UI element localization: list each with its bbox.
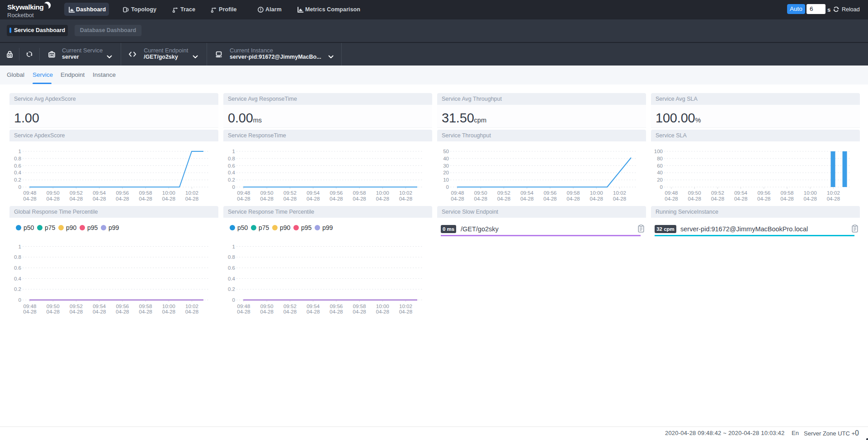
- svg-text:04-28: 04-28: [139, 309, 152, 314]
- svg-text:04-28: 04-28: [451, 196, 464, 201]
- svg-text:09:48: 09:48: [24, 304, 37, 309]
- svg-text:09:50: 09:50: [260, 304, 274, 309]
- svg-text:0: 0: [232, 184, 235, 190]
- svg-text:0.8: 0.8: [228, 254, 235, 260]
- svg-text:09:58: 09:58: [139, 190, 152, 196]
- svg-text:10: 10: [443, 177, 449, 183]
- svg-text:04-28: 04-28: [474, 196, 487, 201]
- svg-text:04-28: 04-28: [46, 309, 59, 314]
- svg-text:04-28: 04-28: [734, 196, 747, 201]
- svg-text:04-28: 04-28: [376, 309, 389, 314]
- svg-text:10:02: 10:02: [613, 190, 626, 196]
- svg-text:10:02: 10:02: [185, 190, 198, 196]
- svg-text:09:50: 09:50: [474, 190, 487, 196]
- svg-text:60: 60: [657, 163, 663, 169]
- svg-text:1: 1: [19, 149, 21, 154]
- svg-text:04-28: 04-28: [330, 309, 343, 314]
- svg-text:10:02: 10:02: [827, 190, 840, 196]
- svg-text:100: 100: [654, 149, 663, 154]
- svg-text:04-28: 04-28: [780, 196, 793, 201]
- svg-text:04-28: 04-28: [307, 196, 320, 201]
- svg-text:04-28: 04-28: [283, 196, 297, 201]
- svg-text:04-28: 04-28: [757, 196, 770, 201]
- svg-text:09:52: 09:52: [711, 190, 724, 196]
- svg-text:04-28: 04-28: [185, 196, 198, 201]
- svg-text:0.6: 0.6: [14, 163, 21, 169]
- svg-text:40: 40: [443, 156, 449, 161]
- svg-text:04-28: 04-28: [803, 196, 816, 201]
- svg-text:04-28: 04-28: [376, 196, 389, 201]
- svg-text:09:48: 09:48: [24, 190, 37, 196]
- svg-text:04-28: 04-28: [260, 309, 273, 314]
- svg-text:09:52: 09:52: [497, 190, 510, 196]
- svg-text:09:48: 09:48: [665, 190, 678, 196]
- svg-text:1: 1: [19, 244, 21, 249]
- svg-text:04-28: 04-28: [399, 196, 412, 201]
- svg-text:09:48: 09:48: [237, 304, 250, 309]
- svg-text:04-28: 04-28: [827, 196, 840, 201]
- svg-text:0: 0: [446, 184, 449, 190]
- svg-text:0.8: 0.8: [228, 156, 235, 161]
- svg-text:0: 0: [19, 297, 21, 303]
- svg-text:04-28: 04-28: [237, 196, 250, 201]
- svg-text:04-28: 04-28: [520, 196, 533, 201]
- svg-text:0.4: 0.4: [228, 276, 236, 281]
- svg-text:09:54: 09:54: [93, 190, 106, 196]
- svg-text:09:54: 09:54: [93, 304, 106, 309]
- svg-text:09:58: 09:58: [781, 190, 794, 196]
- svg-text:10:02: 10:02: [399, 304, 412, 309]
- svg-text:0.6: 0.6: [14, 265, 21, 271]
- svg-text:09:56: 09:56: [330, 190, 343, 196]
- svg-text:09:52: 09:52: [283, 190, 297, 196]
- svg-text:04-28: 04-28: [46, 196, 59, 201]
- svg-text:04-28: 04-28: [162, 309, 175, 314]
- svg-text:30: 30: [443, 163, 449, 169]
- svg-text:09:50: 09:50: [688, 190, 701, 196]
- svg-text:04-28: 04-28: [543, 196, 557, 201]
- svg-text:10:00: 10:00: [162, 190, 175, 196]
- svg-text:04-28: 04-28: [116, 309, 129, 314]
- svg-text:09:56: 09:56: [330, 304, 343, 309]
- svg-text:50: 50: [443, 149, 449, 154]
- svg-text:04-28: 04-28: [613, 196, 626, 201]
- svg-text:04-28: 04-28: [23, 196, 36, 201]
- svg-text:0.6: 0.6: [228, 163, 235, 169]
- svg-text:0.4: 0.4: [14, 276, 22, 281]
- svg-text:10:00: 10:00: [804, 190, 817, 196]
- svg-text:04-28: 04-28: [497, 196, 510, 201]
- svg-text:09:50: 09:50: [47, 304, 60, 309]
- svg-text:04-28: 04-28: [353, 309, 366, 314]
- svg-text:1: 1: [232, 149, 235, 154]
- svg-text:80: 80: [657, 156, 663, 161]
- svg-text:09:52: 09:52: [283, 304, 297, 309]
- svg-text:1: 1: [232, 244, 235, 249]
- svg-text:04-28: 04-28: [139, 196, 152, 201]
- svg-text:10:02: 10:02: [399, 190, 412, 196]
- svg-text:10:00: 10:00: [162, 304, 175, 309]
- svg-text:04-28: 04-28: [93, 196, 106, 201]
- svg-text:09:56: 09:56: [757, 190, 770, 196]
- svg-text:04-28: 04-28: [23, 309, 36, 314]
- svg-text:09:54: 09:54: [307, 190, 320, 196]
- svg-text:09:48: 09:48: [451, 190, 464, 196]
- svg-text:09:52: 09:52: [70, 304, 83, 309]
- svg-text:09:50: 09:50: [260, 190, 274, 196]
- svg-text:0.8: 0.8: [14, 156, 21, 161]
- svg-text:09:54: 09:54: [307, 304, 320, 309]
- svg-text:09:50: 09:50: [47, 190, 60, 196]
- svg-text:04-28: 04-28: [330, 196, 343, 201]
- svg-text:0.2: 0.2: [14, 286, 21, 292]
- svg-text:09:58: 09:58: [567, 190, 580, 196]
- svg-text:04-28: 04-28: [70, 309, 83, 314]
- svg-text:0.6: 0.6: [228, 265, 235, 271]
- svg-text:0: 0: [19, 184, 21, 190]
- svg-text:04-28: 04-28: [711, 196, 724, 201]
- svg-text:0.4: 0.4: [228, 170, 236, 175]
- svg-text:09:54: 09:54: [734, 190, 747, 196]
- svg-text:09:56: 09:56: [116, 304, 129, 309]
- svg-text:0.2: 0.2: [228, 286, 235, 292]
- svg-text:09:52: 09:52: [70, 190, 83, 196]
- svg-text:04-28: 04-28: [353, 196, 366, 201]
- svg-text:10:00: 10:00: [590, 190, 603, 196]
- svg-text:10:00: 10:00: [376, 304, 389, 309]
